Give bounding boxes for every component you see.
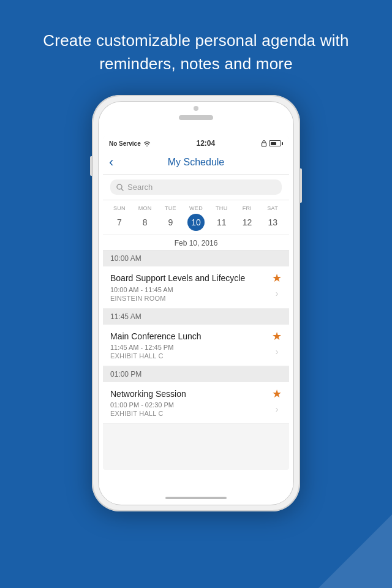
item-right-2: ★ › [272,331,282,356]
schedule-content: 10:00 AM Board Support Levels and Lifecy… [103,251,289,461]
day-name-fri: FRI [235,205,260,211]
hero-text: Create customizable personal agenda with… [0,0,392,95]
status-time: 12:04 [197,139,216,148]
search-bar[interactable]: Search [110,179,282,195]
status-bar: No Service 12:04 [103,137,289,150]
date-label: Feb 10, 2016 [103,235,289,251]
star-icon-1[interactable]: ★ [272,273,282,284]
day-numbers-row: 7 8 9 10 11 12 13 [107,214,285,231]
status-left: No Service [109,140,151,147]
time-header-1000: 10:00 AM [103,251,289,266]
time-header-1145: 11:45 AM [103,309,289,325]
time-header-0100: 01:00 PM [103,366,289,382]
day-name-mon: MON [132,205,158,211]
search-placeholder: Search [127,183,153,192]
day-13[interactable]: 13 [260,215,285,230]
schedule-item-3[interactable]: Networking Session 01:00 PM - 02:30 PM E… [103,382,289,424]
schedule-item-1[interactable]: Board Support Levels and Lifecycle 10:00… [103,266,289,308]
item-location-2: Exhibit Hall C [110,352,267,360]
day-12[interactable]: 12 [235,215,260,230]
schedule-item-2[interactable]: Main Conference Lunch 11:45 AM - 12:45 P… [103,325,289,366]
phone-top-bar [179,106,213,120]
item-content-1: Board Support Levels and Lifecycle 10:00… [110,273,272,301]
home-indicator[interactable] [165,497,227,499]
day-name-thu: THU [209,205,235,211]
camera-dot [194,106,198,111]
item-time-1: 10:00 AM - 11:45 AM [110,286,267,293]
day-7[interactable]: 7 [107,215,132,230]
wifi-icon [143,141,151,146]
item-content-3: Networking Session 01:00 PM - 02:30 PM E… [110,388,272,417]
power-button [300,168,302,203]
item-location-3: Exhibit Hall C [110,410,267,417]
lock-icon [261,140,267,147]
item-title-1: Board Support Levels and Lifecycle [110,273,267,284]
item-row-2: Main Conference Lunch 11:45 AM - 12:45 P… [110,331,282,360]
item-row-1: Board Support Levels and Lifecycle 10:00… [110,273,282,301]
item-time-3: 01:00 PM - 02:30 PM [110,401,267,409]
day-name-tue: TUE [157,205,183,211]
svg-line-2 [121,189,123,190]
item-right-3: ★ › [272,388,282,414]
chevron-icon-2: › [276,347,279,356]
item-location-1: EINSTEIN ROOM [110,295,267,302]
item-title-2: Main Conference Lunch [110,331,267,342]
search-bar-wrapper: Search [103,175,289,200]
chevron-icon-1: › [276,288,279,298]
item-time-2: 11:45 AM - 12:45 PM [110,344,267,351]
volume-button [90,156,92,176]
day-names-row: SUN MON TUE WED THU FRI SAT [107,205,285,211]
nav-title: My Schedule [168,157,225,168]
calendar-strip: SUN MON TUE WED THU FRI SAT 7 8 9 10 11 … [103,200,289,235]
item-right-1: ★ › [272,273,282,298]
star-icon-2[interactable]: ★ [272,331,282,342]
item-row-3: Networking Session 01:00 PM - 02:30 PM E… [110,388,282,417]
day-10-active[interactable]: 10 [187,214,205,231]
day-name-sat: SAT [260,205,285,211]
speaker-slot [179,115,213,120]
phone-mockup: No Service 12:04 [92,95,300,511]
item-content-2: Main Conference Lunch 11:45 AM - 12:45 P… [110,331,272,360]
status-right [261,140,283,147]
item-title-3: Networking Session [110,388,267,399]
nav-bar: ‹ My Schedule [103,150,289,175]
phone-screen: No Service 12:04 [103,137,289,470]
svg-rect-0 [262,143,266,146]
back-button[interactable]: ‹ [109,156,113,169]
star-icon-3[interactable]: ★ [272,388,282,399]
battery-icon [269,140,283,146]
chevron-icon-3: › [276,404,279,414]
search-icon [116,184,124,191]
day-9[interactable]: 9 [157,215,183,230]
triangle-decoration [318,514,392,588]
day-11[interactable]: 11 [209,215,235,230]
day-name-wed: WED [183,205,209,211]
day-name-sun: SUN [107,205,132,211]
day-8[interactable]: 8 [132,215,158,230]
day-active-wrap: 10 [183,214,209,231]
carrier-label: No Service [109,140,141,147]
